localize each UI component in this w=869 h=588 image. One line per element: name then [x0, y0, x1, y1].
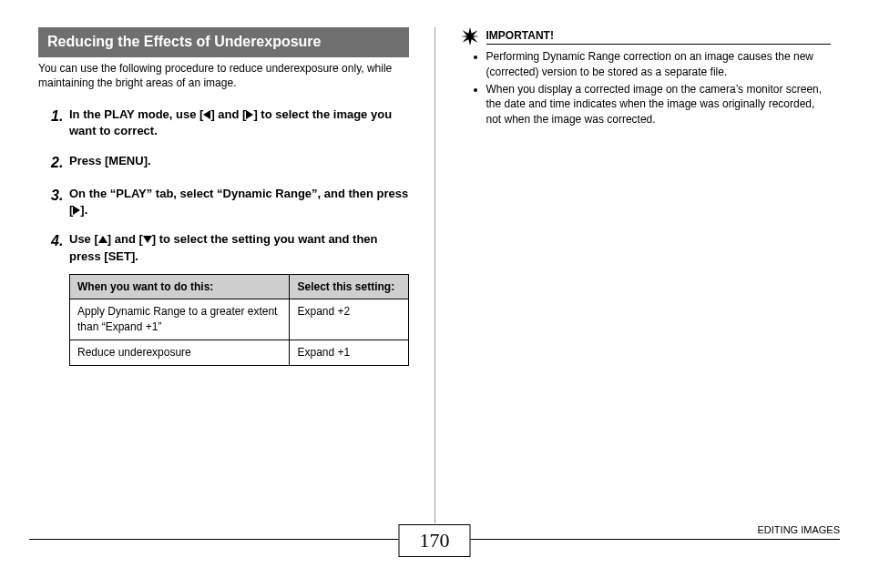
table-cell-setting: Expand +2 [290, 299, 408, 340]
table-cell-setting: Expand +1 [290, 340, 408, 366]
step-2: 2. Press [MENU]. [38, 153, 409, 173]
text-fragment: In the PLAY mode, use [ [69, 107, 203, 121]
important-label: IMPORTANT! [486, 29, 832, 45]
step-number: 1. [38, 106, 69, 139]
step-text: In the PLAY mode, use [] and [] to selec… [69, 106, 409, 139]
step-text: On the “PLAY” tab, select “Dynamic Range… [69, 186, 409, 218]
note-item: When you display a corrected image on th… [486, 82, 832, 127]
step-number: 3. [38, 186, 69, 218]
up-arrow-icon [98, 236, 107, 243]
chapter-label: EDITING IMAGES [752, 524, 840, 535]
burst-icon [461, 27, 479, 46]
table-cell-action: Apply Dynamic Range to a greater extent … [70, 299, 290, 340]
left-column: Reducing the Effects of Underexposure Yo… [29, 27, 434, 523]
text-fragment: On the “PLAY” tab, select “Dynamic Range… [69, 187, 408, 217]
step-3: 3. On the “PLAY” tab, select “Dynamic Ra… [38, 186, 409, 218]
step-1: 1. In the PLAY mode, use [] and [] to se… [38, 106, 409, 139]
down-arrow-icon [143, 236, 152, 243]
procedure-steps: 1. In the PLAY mode, use [] and [] to se… [38, 106, 409, 366]
step-4: 4. Use [] and [] to select the setting y… [38, 231, 409, 366]
table-cell-action: Reduce underexposure [70, 340, 290, 366]
table-header-setting: Select this setting: [290, 274, 408, 299]
svg-marker-0 [461, 27, 479, 46]
intro-text: You can use the following procedure to r… [38, 61, 409, 90]
step-text: Press [MENU]. [69, 153, 409, 173]
text-fragment: Use [ [69, 232, 98, 246]
step-number: 2. [38, 153, 69, 173]
text-fragment: ] and [ [210, 107, 246, 121]
table-row: Apply Dynamic Range to a greater extent … [70, 299, 409, 340]
page-footer: EDITING IMAGES 170 [29, 530, 840, 575]
text-fragment: ] and [ [107, 232, 143, 246]
settings-table: When you want to do this: Select this se… [69, 274, 409, 366]
page-number: 170 [399, 524, 471, 557]
important-notes: Performing Dynamic Range correction on a… [461, 49, 832, 127]
step-text: Use [] and [] to select the setting you … [69, 231, 409, 366]
important-header: IMPORTANT! [461, 27, 832, 46]
right-arrow-icon [73, 206, 80, 215]
right-column: IMPORTANT! Performing Dynamic Range corr… [435, 27, 841, 523]
text-fragment: ]. [80, 203, 87, 217]
step-number: 4. [38, 231, 69, 366]
note-item: Performing Dynamic Range correction on a… [486, 49, 832, 80]
section-title: Reducing the Effects of Underexposure [38, 27, 409, 57]
table-row: Reduce underexposure Expand +1 [70, 340, 409, 366]
right-arrow-icon [246, 110, 253, 119]
left-arrow-icon [203, 110, 210, 119]
table-header-action: When you want to do this: [70, 274, 290, 299]
